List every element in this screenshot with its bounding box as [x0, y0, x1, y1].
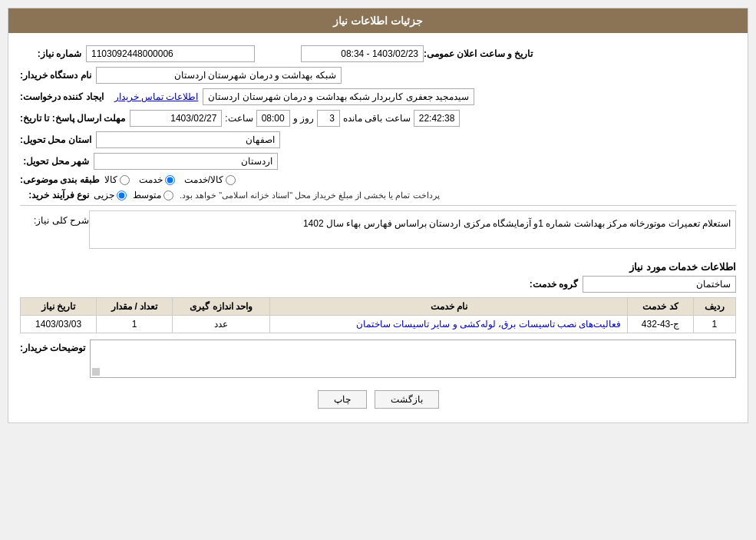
description-label: شرح کلی نیاز:: [20, 210, 89, 226]
process-note: پرداخت تمام یا بخشی از مبلغ خریداز محل "…: [180, 190, 440, 200]
announcement-date-label: تاریخ و ساعت اعلان عمومی:: [424, 48, 533, 59]
process-option-minor[interactable]: جزیی: [94, 190, 127, 200]
days-value: 3: [317, 110, 340, 127]
delivery-province-label: استان محل تحویل:: [20, 134, 91, 145]
col-header-name: نام خدمت: [270, 298, 628, 316]
services-table: ردیف کد خدمت نام خدمت واحد اندازه گیری ت…: [20, 297, 736, 333]
group-label: گروه خدمت:: [517, 279, 578, 290]
creator-value: سیدمجید جعفری کاربردار شبکه بهداشت و درم…: [203, 88, 474, 105]
col-header-qty: تعداد / مقدار: [97, 298, 173, 316]
cell-code-0: ج-43-432: [628, 316, 693, 333]
page-title: جزئیات اطلاعات نیاز: [333, 15, 423, 27]
process-label: نوع فرآیند خرید:: [20, 190, 89, 200]
delivery-province-value: اصفهان: [96, 131, 280, 148]
cell-row-0: 1: [693, 316, 735, 333]
print-button[interactable]: چاپ: [318, 390, 367, 409]
buyer-org-label: نام دستگاه خریدار:: [20, 70, 91, 81]
col-header-row: ردیف: [693, 298, 735, 316]
cell-name-0: فعالیت‌های نصب تاسیسات برق، لوله‌کشی و س…: [270, 316, 628, 333]
resize-handle: [92, 368, 100, 376]
delivery-city-value: اردستان: [94, 153, 278, 170]
buttons-row: بازگشت چاپ: [20, 384, 736, 415]
category-label: طبقه بندی موضوعی:: [20, 174, 100, 185]
days-label: روز و: [293, 113, 314, 124]
send-time-label: ساعت:: [225, 113, 253, 124]
back-button[interactable]: بازگشت: [375, 390, 439, 409]
cell-date-0: 1403/03/03: [21, 316, 97, 333]
category-option-goods[interactable]: کالا: [104, 174, 130, 185]
send-date-label: مهلت ارسال پاسخ: تا تاریخ:: [20, 113, 125, 124]
cell-qty-0: 1: [97, 316, 173, 333]
page-header: جزئیات اطلاعات نیاز: [8, 8, 748, 33]
contact-link[interactable]: اطلاعات تماس خریدار: [114, 91, 199, 102]
announcement-date-value: 1403/02/23 - 08:34: [301, 45, 424, 62]
buyer-org-value: شبکه بهداشت و درمان شهرستان اردستان: [96, 67, 342, 84]
remaining-label: ساعت باقی مانده: [343, 113, 411, 124]
group-value: ساختمان: [583, 276, 736, 293]
col-header-code: کد خدمت: [628, 298, 693, 316]
col-header-date: تاریخ نیاز: [21, 298, 97, 316]
send-date-value: 1403/02/27: [130, 110, 222, 127]
col-header-unit: واحد اندازه گیری: [173, 298, 270, 316]
services-title: اطلاعات خدمات مورد نیاز: [20, 261, 736, 273]
description-text: استعلام تعمیرات موتورخانه مرکز بهداشت شم…: [303, 218, 731, 229]
process-row: پرداخت تمام یا بخشی از مبلغ خریداز محل "…: [94, 190, 736, 200]
need-number-value: 1103092448000006: [86, 45, 255, 62]
cell-unit-0: عدد: [173, 316, 270, 333]
category-option-service-goods[interactable]: کالا/خدمت: [184, 174, 236, 185]
comments-textarea[interactable]: [90, 340, 736, 378]
send-time-value: 08:00: [256, 110, 290, 127]
comments-label: توضیحات خریدار:: [20, 340, 85, 353]
table-row: 1 ج-43-432 فعالیت‌های نصب تاسیسات برق، ل…: [21, 316, 736, 333]
category-option-service[interactable]: خدمت: [139, 174, 175, 185]
category-radio-group: کالا/خدمت خدمت کالا: [104, 174, 236, 185]
need-number-label: شماره نیاز:: [20, 48, 81, 59]
remaining-time-value: 22:42:38: [414, 110, 461, 127]
process-option-medium[interactable]: متوسط: [133, 190, 173, 200]
description-box: استعلام تعمیرات موتورخانه مرکز بهداشت شم…: [89, 210, 736, 249]
delivery-city-label: شهر محل تحویل:: [20, 156, 89, 167]
creator-label: ایجاد کننده درخواست:: [20, 91, 104, 102]
